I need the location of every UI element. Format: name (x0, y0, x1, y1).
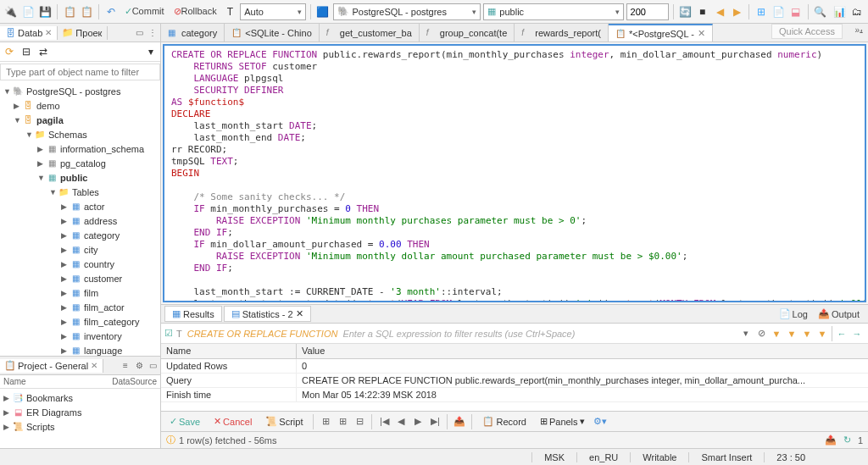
tx-mode-dropdown[interactable]: Auto▾ (240, 3, 306, 20)
link-icon[interactable]: ⇄ (36, 44, 51, 59)
tree-schema-pg[interactable]: ▶▦pg_catalog (0, 156, 160, 170)
tree-tbl[interactable]: ▶▦address (0, 213, 160, 228)
commit-button[interactable]: ✓Commit (121, 6, 168, 17)
prev-icon[interactable]: ◀ (712, 4, 726, 19)
tree-conn[interactable]: ▼🐘PostgreSQL - postgres (0, 84, 160, 98)
tree-schema-info[interactable]: ▶▦information_schema (0, 141, 160, 156)
filter-f2-icon[interactable]: ▼ (784, 326, 799, 341)
minimize-icon[interactable]: ▭ (133, 27, 145, 39)
new-icon[interactable]: 📄 (20, 4, 35, 19)
del-row-icon[interactable]: ⊟ (353, 415, 366, 429)
script-button[interactable]: 📜Script (260, 414, 308, 429)
nav-prev-icon[interactable]: ← (834, 326, 849, 341)
tree-tbl[interactable]: ▶▦country (0, 257, 160, 271)
tree-tbl[interactable]: ▶▦film_category (0, 314, 160, 329)
export-data-icon[interactable]: 📤 (825, 435, 837, 446)
tab-rewards[interactable]: frewards_report( (515, 24, 609, 42)
tree-menu-icon[interactable]: ▾ (143, 44, 159, 59)
grid-icon[interactable]: ⊞ (754, 4, 768, 19)
connection-dropdown[interactable]: 🐘PostgreSQL - postgres▾ (333, 3, 481, 20)
proj-refresh-icon[interactable]: ≡ (120, 360, 131, 372)
tab-groupconcat[interactable]: fgroup_concat(te (420, 24, 515, 42)
next-page-icon[interactable]: ▶ (411, 415, 425, 429)
filter-f4-icon[interactable]: ▼ (815, 326, 830, 341)
project-tab[interactable]: 📋Project - General✕ (0, 359, 103, 373)
tree-tbl[interactable]: ▶▦film_actor (0, 300, 160, 314)
persp2-icon[interactable]: 🗂 (850, 4, 865, 19)
last-icon[interactable]: ▶| (428, 415, 442, 429)
refresh-res-icon[interactable]: ↻ (843, 435, 851, 446)
tab-projects[interactable]: 📁Проек (58, 26, 108, 40)
proj-er[interactable]: ▶⬓ER Diagrams (0, 405, 160, 419)
proj-min-icon[interactable]: ▭ (147, 360, 159, 372)
sql-icon[interactable]: 📋 (62, 4, 76, 19)
proj-bookmarks[interactable]: ▶📑Bookmarks (0, 390, 160, 405)
sql2-icon[interactable]: 📋 (80, 4, 94, 19)
tab-sqlite[interactable]: 📋<SQLite - Chino (225, 24, 320, 42)
tree-schemas[interactable]: ▼📁Schemas (0, 127, 160, 141)
filter-f3-icon[interactable]: ▼ (799, 326, 815, 341)
panels-button[interactable]: ⊞Panels▾ (535, 414, 590, 429)
filter-apply-icon[interactable]: ☑ (164, 328, 173, 339)
add-row-icon[interactable]: ⊞ (319, 415, 332, 429)
tab-overflow-icon[interactable]: »₄ (849, 24, 868, 42)
tree-tbl[interactable]: ▶▦category (0, 228, 160, 242)
first-icon[interactable]: |◀ (377, 415, 391, 429)
text-icon[interactable]: 📄 (771, 4, 786, 19)
tree-tbl[interactable]: ▶▦city (0, 242, 160, 257)
tree-tbl[interactable]: ▶▦language (0, 343, 160, 356)
collapse-icon[interactable]: ⊟ (19, 44, 34, 59)
tab-category[interactable]: ▦category (161, 24, 225, 42)
quick-access-box[interactable]: Quick Access (771, 24, 843, 39)
new-conn-icon[interactable]: 🔌 (3, 4, 18, 19)
menu-icon[interactable]: ⋮ (147, 27, 159, 39)
tree-schema-public[interactable]: ▼▦public (0, 170, 160, 185)
save-icon[interactable]: 💾 (38, 4, 53, 19)
cancel-button[interactable]: ✕Cancel (209, 414, 257, 429)
statistics-tab[interactable]: ▤Statistics - 2✕ (224, 306, 311, 322)
record-button[interactable]: 📋Record (477, 414, 531, 429)
filter-input[interactable]: Enter a SQL expression to filter results… (342, 329, 738, 339)
rollback-button[interactable]: ⊘Rollback (170, 6, 220, 17)
undo-icon[interactable]: ↶ (103, 4, 118, 19)
tab-getcust[interactable]: fget_customer_ba (320, 24, 420, 42)
tab-database[interactable]: 🗄Datab✕ (0, 26, 58, 40)
tx-icon[interactable]: T (223, 4, 237, 19)
sql-editor[interactable]: CREATE OR REPLACE FUNCTION public.reward… (163, 44, 866, 302)
filter-clear-icon[interactable]: ⊘ (754, 326, 769, 341)
nav-next-icon[interactable]: → (849, 326, 865, 341)
tree-tbl[interactable]: ▶▦inventory (0, 329, 160, 343)
tree-tbl[interactable]: ▶▦actor (0, 199, 160, 213)
limit-input[interactable] (626, 3, 669, 20)
tab-postgres-active[interactable]: 📋*<PostgreSQL - ✕ (609, 24, 713, 42)
filter-dd-icon[interactable]: ▾ (738, 326, 754, 341)
stats-row[interactable]: Updated Rows0 (161, 359, 868, 374)
settings-icon[interactable]: ⚙▾ (593, 415, 607, 429)
search-icon[interactable]: 🔍 (813, 4, 827, 19)
refresh-icon[interactable]: 🔄 (677, 4, 692, 19)
prev-page-icon[interactable]: ◀ (394, 415, 408, 429)
tree-db-pagila[interactable]: ▼🗄pagila (0, 113, 160, 127)
er-icon[interactable]: ⬓ (788, 4, 803, 19)
export-icon[interactable]: 📤 (453, 415, 466, 429)
tree-db-demo[interactable]: ▶🗄demo (0, 98, 160, 113)
results-tab[interactable]: ▦Results (164, 306, 222, 322)
stats-row[interactable]: QueryCREATE OR REPLACE FUNCTION public.r… (161, 374, 868, 388)
stop-icon[interactable]: ■ (695, 4, 709, 19)
persp1-icon[interactable]: 📊 (832, 4, 847, 19)
dup-row-icon[interactable]: ⊞ (336, 415, 349, 429)
proj-cfg-icon[interactable]: ⚙ (133, 360, 145, 372)
tree-tbl[interactable]: ▶▦customer (0, 271, 160, 285)
stats-row[interactable]: Finish timeMon Mar 05 14:22:39 MSK 2018 (161, 388, 868, 402)
conn-type-icon[interactable]: 🟦 (315, 4, 330, 19)
filter-f1-icon[interactable]: ▼ (769, 326, 784, 341)
save-button[interactable]: ✓Save (164, 414, 205, 429)
proj-scripts[interactable]: ▶📜Scripts (0, 419, 160, 434)
tree-tbl[interactable]: ▶▦film (0, 285, 160, 300)
schema-dropdown[interactable]: ▦public▾ (483, 3, 623, 20)
tree-tables[interactable]: ▼📁Tables (0, 185, 160, 199)
output-link[interactable]: 📤Output (813, 308, 865, 319)
tree-filter-input[interactable] (0, 64, 160, 80)
refresh-tree-icon[interactable]: ⟳ (2, 44, 17, 59)
next-icon[interactable]: ▶ (730, 4, 744, 19)
